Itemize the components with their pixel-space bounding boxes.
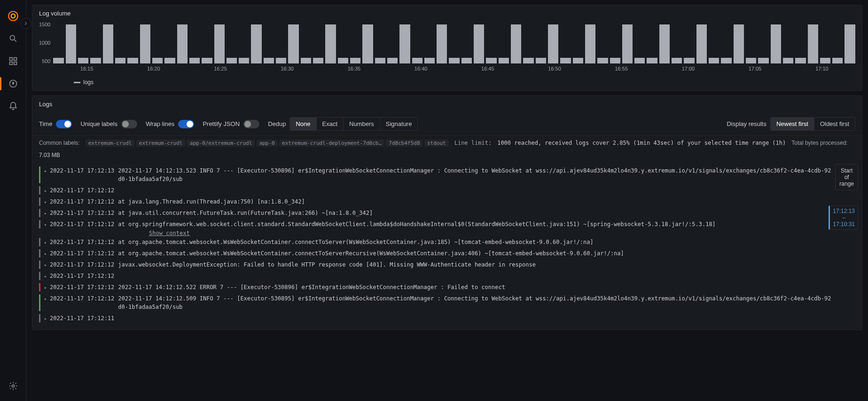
- chart-bar[interactable]: [659, 24, 670, 63]
- chart-bar[interactable]: [709, 58, 719, 63]
- chart-bar[interactable]: [771, 24, 781, 63]
- show-context-link[interactable]: Show context: [149, 230, 836, 236]
- chart-bar[interactable]: [783, 58, 793, 63]
- nav-dashboards[interactable]: [4, 52, 23, 71]
- chart-bar[interactable]: [820, 58, 830, 63]
- display-option-oldest-first[interactable]: Oldest first: [814, 118, 855, 130]
- chart-bar[interactable]: [573, 58, 583, 63]
- chart-bar[interactable]: [696, 24, 707, 63]
- chart-bar[interactable]: [437, 24, 447, 63]
- log-row[interactable]: ▸2022-11-17 17:12:11: [36, 313, 836, 324]
- chart-bar[interactable]: [499, 58, 509, 63]
- expand-caret-icon[interactable]: ▸: [44, 314, 47, 322]
- chart-bar[interactable]: [164, 58, 175, 63]
- logo-button[interactable]: [4, 7, 23, 25]
- expand-caret-icon[interactable]: ▸: [44, 294, 47, 302]
- chart-bar[interactable]: [511, 24, 521, 63]
- chart-bar[interactable]: [115, 58, 125, 63]
- chart-bar[interactable]: [672, 58, 682, 63]
- log-row[interactable]: ▸2022-11-17 17:12:12: [36, 270, 836, 282]
- chart-bar[interactable]: [721, 58, 731, 63]
- display-option-newest-first[interactable]: Newest first: [771, 118, 814, 130]
- chart-bar[interactable]: [362, 24, 373, 63]
- chart-bar[interactable]: [325, 24, 336, 63]
- expand-caret-icon[interactable]: ▸: [44, 220, 47, 228]
- chart-bar[interactable]: [734, 24, 744, 63]
- chart-bar[interactable]: [202, 58, 212, 63]
- expand-caret-icon[interactable]: ▸: [44, 238, 47, 246]
- expand-caret-icon[interactable]: ▸: [44, 186, 47, 194]
- log-row[interactable]: ▸2022-11-17 17:12:132022-11-17 14:12:13.…: [36, 165, 836, 185]
- chart-bar[interactable]: [53, 58, 63, 63]
- dedup-option-signature[interactable]: Signature: [380, 118, 418, 130]
- chart-bar[interactable]: [387, 58, 398, 63]
- chart-bar[interactable]: [610, 58, 620, 63]
- chart-bar[interactable]: [523, 58, 533, 63]
- chart-bar[interactable]: [66, 24, 76, 63]
- chart-bar[interactable]: [424, 58, 435, 63]
- chart-bar[interactable]: [375, 58, 385, 63]
- chart-bar[interactable]: [239, 58, 249, 63]
- log-row[interactable]: ▸2022-11-17 17:12:12 at java.lang.Thread…: [36, 196, 836, 207]
- chart-bar[interactable]: [758, 58, 768, 63]
- dedup-option-none[interactable]: None: [290, 118, 316, 130]
- dedup-option-numbers[interactable]: Numbers: [344, 118, 380, 130]
- chart-bar[interactable]: [461, 58, 472, 63]
- start-of-range-marker[interactable]: Start of range: [835, 164, 858, 190]
- dedup-option-exact[interactable]: Exact: [317, 118, 344, 130]
- chart-bar[interactable]: [449, 58, 459, 63]
- chart-bar[interactable]: [264, 58, 274, 63]
- chart-bar[interactable]: [313, 58, 323, 63]
- chart-bar[interactable]: [288, 24, 298, 63]
- chart-bar[interactable]: [227, 58, 237, 63]
- chart-bar[interactable]: [412, 58, 422, 63]
- time-toggle[interactable]: [56, 120, 72, 128]
- chart-bar[interactable]: [585, 24, 595, 63]
- log-row[interactable]: ▸2022-11-17 17:12:122022-11-17 14:12:12.…: [36, 282, 836, 293]
- chart-bar[interactable]: [127, 58, 138, 63]
- chart-bar[interactable]: [189, 58, 200, 63]
- chart-bar[interactable]: [622, 24, 633, 63]
- chart-bar[interactable]: [845, 24, 855, 63]
- log-row[interactable]: ▸2022-11-17 17:12:122022-11-17 14:12:12.…: [36, 293, 836, 313]
- sidebar-collapse-button[interactable]: [20, 18, 31, 29]
- chart-bar[interactable]: [350, 58, 360, 63]
- expand-caret-icon[interactable]: ▸: [44, 209, 47, 217]
- chart-bar[interactable]: [597, 58, 608, 63]
- log-row[interactable]: ▸2022-11-17 17:12:12: [36, 185, 836, 196]
- chart-bar[interactable]: [399, 24, 410, 63]
- log-row[interactable]: ▸2022-11-17 17:12:12 at org.springframew…: [36, 219, 836, 230]
- chart-bar[interactable]: [474, 24, 484, 63]
- chart-bar[interactable]: [90, 58, 101, 63]
- chart-bar[interactable]: [808, 24, 818, 63]
- expand-caret-icon[interactable]: ▸: [44, 249, 47, 257]
- expand-caret-icon[interactable]: ▸: [44, 283, 47, 291]
- nav-alerts[interactable]: [4, 97, 23, 116]
- chart-bar[interactable]: [214, 24, 225, 63]
- log-row[interactable]: ▸2022-11-17 17:12:12javax.websocket.Depl…: [36, 259, 836, 270]
- prettify-json-toggle[interactable]: [243, 120, 259, 128]
- chart-bar[interactable]: [338, 58, 348, 63]
- chart-bar[interactable]: [486, 58, 496, 63]
- expand-caret-icon[interactable]: ▸: [44, 260, 47, 268]
- unique-labels-toggle[interactable]: [121, 120, 137, 128]
- chart-bar[interactable]: [103, 24, 113, 63]
- chart-bar[interactable]: [647, 58, 657, 63]
- chart-bar[interactable]: [152, 58, 163, 63]
- nav-settings[interactable]: [4, 377, 23, 395]
- chart-bar[interactable]: [177, 24, 188, 63]
- chart-bar[interactable]: [78, 58, 88, 63]
- chart-bar[interactable]: [832, 58, 843, 63]
- expand-caret-icon[interactable]: ▸: [44, 272, 47, 280]
- chart-bar[interactable]: [251, 24, 261, 63]
- chart-bar[interactable]: [795, 58, 805, 63]
- chart-bar[interactable]: [548, 24, 558, 63]
- log-row[interactable]: ▸2022-11-17 17:12:12 at org.apache.tomca…: [36, 248, 836, 259]
- expand-caret-icon[interactable]: ▸: [44, 197, 47, 205]
- chart-bar[interactable]: [536, 58, 546, 63]
- log-row[interactable]: ▸2022-11-17 17:12:12 at org.apache.tomca…: [36, 236, 836, 248]
- chart-bar[interactable]: [746, 58, 756, 63]
- chart-bar[interactable]: [301, 58, 311, 63]
- log-volume-chart[interactable]: 15001000500 16:1516:2016:2516:3016:3516:…: [39, 22, 855, 73]
- chart-bar[interactable]: [276, 58, 286, 63]
